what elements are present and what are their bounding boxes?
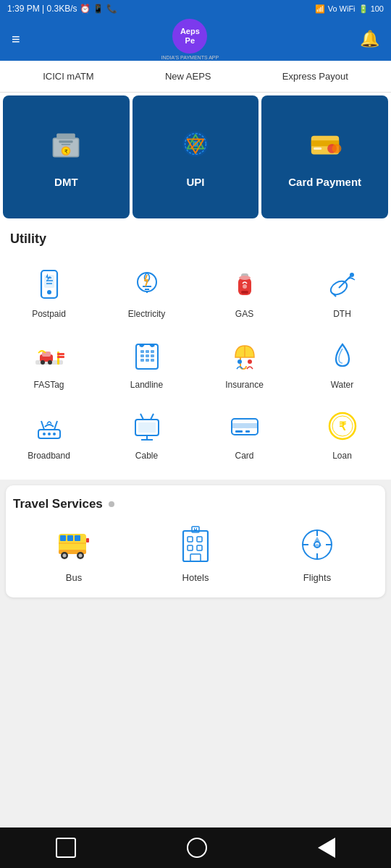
notification-bell-icon[interactable]: 🔔	[360, 30, 379, 48]
travel-bus[interactable]: Bus	[52, 523, 96, 583]
utility-fastag[interactable]: FASTag	[0, 326, 98, 397]
svg-rect-84	[190, 554, 201, 561]
svg-point-76	[79, 554, 83, 558]
svg-rect-63	[235, 430, 243, 433]
svg-text:₹: ₹	[339, 420, 347, 433]
svg-rect-78	[59, 542, 86, 544]
svg-rect-44	[140, 359, 144, 362]
loan-label: Loan	[332, 451, 352, 461]
utility-postpaid[interactable]: Postpaid	[0, 255, 98, 326]
status-icons: 📶 Vo WiFi 🔋 100	[315, 4, 384, 14]
utility-loan[interactable]: ₹ Loan	[293, 397, 391, 468]
svg-text:H: H	[193, 527, 197, 532]
gas-icon	[226, 265, 264, 303]
svg-rect-46	[151, 359, 154, 362]
svg-rect-23	[241, 291, 248, 294]
dth-label: DTH	[333, 309, 351, 319]
water-label: Water	[331, 380, 354, 390]
cable-icon	[128, 407, 166, 445]
svg-point-54	[53, 433, 56, 435]
svg-point-18	[47, 290, 51, 294]
upi-card[interactable]: UPI	[133, 95, 259, 218]
svg-rect-35	[57, 353, 64, 355]
water-icon	[324, 336, 361, 374]
app-logo: Aeps Pe	[172, 19, 207, 54]
electricity-label: Electricity	[128, 309, 165, 319]
hamburger-menu[interactable]: ≡	[12, 31, 20, 48]
svg-rect-62	[232, 423, 258, 428]
svg-rect-56	[138, 422, 156, 433]
main-service-cards: ₹ DMT UPI	[0, 93, 391, 221]
svg-point-32	[41, 360, 45, 365]
landline-icon	[128, 336, 166, 374]
svg-rect-83	[197, 545, 202, 550]
svg-rect-15	[314, 147, 321, 149]
utility-grid: Postpaid Electricity	[0, 251, 391, 472]
svg-rect-70	[67, 535, 73, 541]
travel-title: Travel Services	[13, 497, 103, 511]
bus-label: Bus	[66, 572, 82, 583]
bus-icon	[52, 523, 96, 566]
flights-icon	[295, 523, 339, 566]
utility-title: Utility	[0, 221, 391, 251]
svg-point-47	[237, 359, 242, 364]
travel-dot-indicator	[109, 501, 114, 507]
utility-gas[interactable]: GAS	[196, 255, 293, 326]
utility-dth[interactable]: DTH	[293, 255, 391, 326]
svg-rect-39	[146, 350, 149, 353]
travel-services-section: Travel Services	[6, 485, 385, 597]
svg-point-53	[48, 433, 51, 435]
svg-rect-38	[140, 350, 144, 353]
svg-rect-64	[245, 430, 250, 433]
bottom-navigation	[0, 827, 391, 868]
svg-rect-41	[140, 354, 144, 357]
svg-point-27	[350, 273, 354, 277]
bottom-square-button[interactable]	[56, 838, 76, 858]
flights-label: Flights	[303, 572, 331, 583]
card-payment-card[interactable]: Card Payment	[261, 95, 388, 218]
shortcut-new-aeps[interactable]: New AEPS	[165, 71, 211, 82]
travel-grid: Bus H	[13, 523, 378, 583]
utility-landline[interactable]: Landline	[98, 326, 196, 397]
hotels-icon: H	[174, 523, 217, 566]
insurance-icon	[226, 336, 264, 374]
svg-rect-42	[146, 354, 149, 357]
svg-rect-43	[151, 354, 154, 357]
dmt-label: DMT	[54, 176, 78, 188]
cable-label: Cable	[135, 451, 158, 461]
utility-water[interactable]: Water	[293, 326, 391, 397]
dmt-icon: ₹	[49, 127, 83, 169]
svg-rect-82	[188, 545, 193, 550]
bottom-back-button[interactable]	[318, 838, 335, 858]
fastag-label: FASTag	[33, 380, 64, 390]
status-bar: 1:39 PM | 0.3KB/s ⏰ 📱 📞 📶 Vo WiFi 🔋 100	[0, 0, 391, 17]
svg-rect-4	[59, 140, 73, 142]
insurance-label: Insurance	[225, 380, 264, 390]
travel-hotels[interactable]: H Hotels	[174, 523, 217, 583]
svg-rect-79	[183, 531, 208, 561]
utility-card[interactable]: Card	[196, 397, 293, 468]
utility-cable[interactable]: Cable	[98, 397, 196, 468]
utility-insurance[interactable]: Insurance	[196, 326, 293, 397]
svg-point-33	[48, 360, 52, 365]
svg-rect-81	[197, 537, 202, 542]
utility-electricity[interactable]: Electricity	[98, 255, 196, 326]
card-label: Card	[235, 451, 253, 461]
shortcut-express-payout[interactable]: Express Payout	[282, 71, 348, 82]
dmt-card[interactable]: ₹ DMT	[3, 95, 130, 218]
postpaid-label: Postpaid	[32, 309, 66, 319]
fastag-icon	[30, 336, 68, 374]
utility-broadband[interactable]: Broadband	[0, 397, 98, 468]
broadband-icon	[30, 407, 68, 445]
postpaid-icon	[30, 265, 68, 303]
bottom-circle-button[interactable]	[187, 838, 207, 858]
app-tagline: INDIA'S PAYMENTS APP	[161, 55, 219, 60]
electricity-icon	[128, 265, 166, 303]
shortcut-icici-matm[interactable]: ICICI mATM	[43, 71, 94, 82]
travel-header: Travel Services	[13, 497, 378, 511]
svg-point-48	[248, 359, 252, 364]
travel-flights[interactable]: Flights	[295, 523, 339, 583]
svg-rect-71	[75, 535, 80, 541]
landline-label: Landline	[130, 380, 163, 390]
svg-point-74	[63, 554, 67, 558]
